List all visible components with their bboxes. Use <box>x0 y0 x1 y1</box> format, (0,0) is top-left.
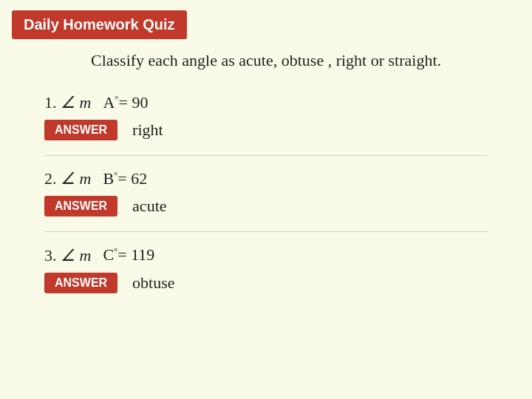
equation-2: B°= 62 <box>103 169 147 188</box>
answer-badge-1: ANSWER <box>44 120 117 140</box>
divider-2 <box>44 231 488 232</box>
answer-text-1: right <box>132 120 163 140</box>
divider-1 <box>44 155 488 156</box>
question-number-1: 1. ∠ m <box>44 93 91 112</box>
answer-badge-2: ANSWER <box>44 196 117 216</box>
question-row-2: 2. ∠ m B°= 62 <box>44 169 488 188</box>
header-title: Daily Homework Quiz <box>24 16 175 33</box>
question-block-1: 1. ∠ m A°= 90 ANSWER right <box>44 93 488 140</box>
equation-1: A°= 90 <box>103 93 148 112</box>
header: Daily Homework Quiz <box>12 10 187 39</box>
question-block-3: 3. ∠ m C°= 119 ANSWER obtuse <box>44 245 488 293</box>
question-row-1: 1. ∠ m A°= 90 <box>44 93 488 112</box>
question-row-3: 3. ∠ m C°= 119 <box>44 245 488 265</box>
answer-row-1: ANSWER right <box>44 120 488 140</box>
main-content: Classify each angle as acute, obtuse , r… <box>0 50 532 293</box>
question-block-2: 2. ∠ m B°= 62 ANSWER acute <box>44 169 488 216</box>
answer-row-2: ANSWER acute <box>44 196 488 216</box>
answer-text-2: acute <box>132 197 166 216</box>
question-number-2: 2. ∠ m <box>44 169 91 188</box>
question-number-3: 3. ∠ m <box>44 246 91 265</box>
answer-row-3: ANSWER obtuse <box>44 273 488 293</box>
equation-3: C°= 119 <box>103 245 154 265</box>
answer-text-3: obtuse <box>132 273 174 293</box>
instructions-text: Classify each angle as acute, obtuse , r… <box>44 50 488 72</box>
answer-badge-3: ANSWER <box>44 273 117 293</box>
